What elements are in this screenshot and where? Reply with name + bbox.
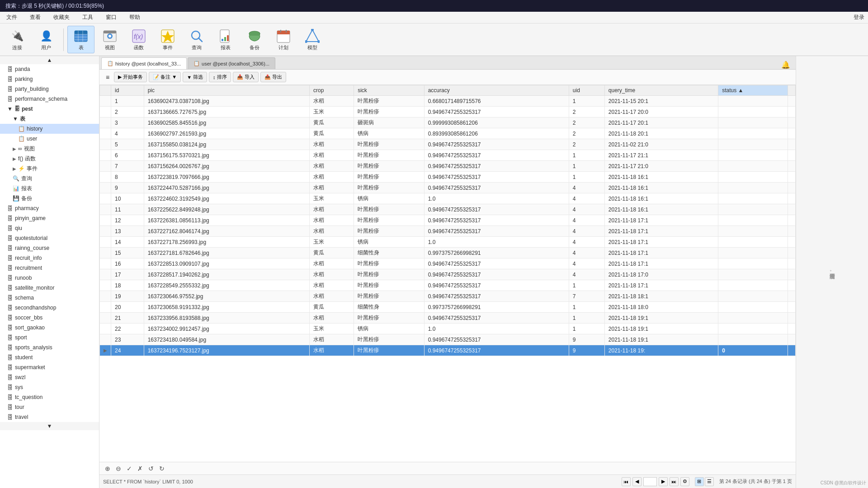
cell-query_time[interactable]: 2021-11-18 17:0 xyxy=(604,269,718,280)
tab-history[interactable]: 📋 history @pest (localhost_33... xyxy=(101,57,187,69)
cell-query_time[interactable]: 2021-11-18 17:1 xyxy=(604,215,718,226)
col-header-pic[interactable]: pic xyxy=(144,85,309,96)
table-row[interactable]: 31636902585.845516.jpg黄瓜砸斑病0.99999308586… xyxy=(100,117,796,128)
table-row[interactable]: 171637228517.1940262.jpg水稻叶黑粉疹0.94967472… xyxy=(100,269,796,280)
cell-pic[interactable]: 1637223819.7097666.jpg xyxy=(144,172,309,183)
cell-query_time[interactable]: 2021-11-18 16:1 xyxy=(604,172,718,183)
cell-status[interactable] xyxy=(718,334,788,345)
cell-uid[interactable]: 2 xyxy=(569,128,604,139)
filter-button[interactable]: ▼ 筛选 xyxy=(183,72,207,82)
cell-id[interactable]: 9 xyxy=(111,183,144,193)
cell-pic[interactable]: 1636902797.261593.jpg xyxy=(144,128,309,139)
cell-pic[interactable]: 1637234196.7523127.jpg xyxy=(144,345,309,356)
cell-uid[interactable]: 2 xyxy=(569,117,604,128)
cell-uid[interactable]: 4 xyxy=(569,183,604,193)
cell-query_time[interactable]: 2021-11-18 17:1 xyxy=(604,248,718,258)
cell-id[interactable]: 2 xyxy=(111,107,144,117)
sidebar-item-events[interactable]: ▶ ⚡ 事件 xyxy=(0,164,99,174)
cell-pic[interactable]: 1637227162.8046174.jpg xyxy=(144,226,309,237)
table-row[interactable]: 11636902473.0387108.jpg水稻叶黑粉疹0.668017148… xyxy=(100,96,796,107)
cell-uid[interactable]: 1 xyxy=(569,324,604,334)
export-button[interactable]: 📤 导出 xyxy=(260,72,286,82)
cell-sick[interactable]: 叶黑粉疹 xyxy=(354,139,425,150)
cell-query_time[interactable]: 2021-11-18 19:1 xyxy=(604,313,718,324)
cell-pic[interactable]: 1637227181.6782646.jpg xyxy=(144,248,309,258)
cell-status[interactable] xyxy=(718,313,788,324)
sidebar-item-sys[interactable]: 🗄 sys xyxy=(0,382,99,392)
cell-crop[interactable]: 黄瓜 xyxy=(310,117,354,128)
toolbar-query[interactable]: 查询 xyxy=(183,26,210,53)
col-header-query-time[interactable]: query_time xyxy=(604,85,718,96)
cell-pic[interactable]: 1637228513.0909107.jpg xyxy=(144,258,309,269)
cell-uid[interactable]: 7 xyxy=(569,291,604,302)
cell-crop[interactable]: 玉米 xyxy=(310,107,354,117)
cell-pic[interactable]: 1637233956.8193588.jpg xyxy=(144,313,309,324)
cell-id[interactable]: 17 xyxy=(111,269,144,280)
cell-id[interactable]: 11 xyxy=(111,204,144,215)
confirm-button[interactable]: ✓ xyxy=(125,465,134,473)
cell-sick[interactable]: 锈病 xyxy=(354,324,425,334)
cell-query_time[interactable]: 2021-11-18 16:1 xyxy=(604,204,718,215)
cell-crop[interactable]: 黄瓜 xyxy=(310,128,354,139)
cell-query_time[interactable]: 2021-11-18 16:1 xyxy=(604,193,718,204)
cell-id[interactable]: 10 xyxy=(111,193,144,204)
sidebar-item-functions[interactable]: ▶ f() 函数 xyxy=(0,154,99,164)
first-page-button[interactable]: ⏮ xyxy=(622,477,631,486)
sidebar-item-panda[interactable]: 🗄 panda xyxy=(0,64,99,74)
cell-uid[interactable]: 1 xyxy=(569,150,604,161)
cell-pic[interactable]: 1637224602.3192549.jpg xyxy=(144,193,309,204)
cell-uid[interactable]: 4 xyxy=(569,215,604,226)
cell-accuracy[interactable]: 0.9973757266998291 xyxy=(424,248,569,258)
sidebar-item-performance-schema[interactable]: 🗄 performance_schema xyxy=(0,94,99,104)
sidebar-item-supermarket[interactable]: 🗄 supermarket xyxy=(0,362,99,372)
cell-sick[interactable]: 叶黑粉疹 xyxy=(354,313,425,324)
sidebar-item-pest[interactable]: ▼ 🗄 pest xyxy=(0,104,99,114)
table-row[interactable]: 71637156264.0026767.jpg水稻叶黑粉疹0.949674725… xyxy=(100,161,796,172)
cell-pic[interactable]: 1637155850.038124.jpg xyxy=(144,139,309,150)
cell-sick[interactable]: 叶黑粉疹 xyxy=(354,215,425,226)
cell-sick[interactable]: 砸斑病 xyxy=(354,117,425,128)
sidebar-item-recruitment[interactable]: 🗄 recruitment xyxy=(0,263,99,273)
table-row[interactable]: 81637223819.7097666.jpg水稻叶黑粉疹0.949674725… xyxy=(100,172,796,183)
cell-status[interactable] xyxy=(718,291,788,302)
sidebar-item-schema[interactable]: 🗄 schema xyxy=(0,293,99,303)
cell-uid[interactable]: 4 xyxy=(569,248,604,258)
table-row[interactable]: 131637227162.8046174.jpg水稻叶黑粉疹0.94967472… xyxy=(100,226,796,237)
cell-uid[interactable]: 2 xyxy=(569,139,604,150)
cell-crop[interactable]: 黄瓜 xyxy=(310,302,354,313)
sidebar-item-pinyin-game[interactable]: 🗄 pinyin_game xyxy=(0,213,99,223)
sidebar-item-tc-question[interactable]: 🗄 tc_question xyxy=(0,392,99,402)
cell-crop[interactable]: 水稻 xyxy=(310,139,354,150)
cell-uid[interactable]: 4 xyxy=(569,237,604,248)
cell-id[interactable]: 14 xyxy=(111,237,144,248)
cell-pic[interactable]: 1637227178.256993.jpg xyxy=(144,237,309,248)
cell-crop[interactable]: 水稻 xyxy=(310,226,354,237)
settings-button[interactable]: ⚙ xyxy=(680,477,689,486)
cell-crop[interactable]: 水稻 xyxy=(310,258,354,269)
cell-crop[interactable]: 玉米 xyxy=(310,324,354,334)
cell-query_time[interactable]: 2021-11-18 16:1 xyxy=(604,183,718,193)
sidebar-item-sports-analysis[interactable]: 🗄 sports_analysis xyxy=(0,343,99,352)
cell-pic[interactable]: 1637224470.5287166.jpg xyxy=(144,183,309,193)
cell-id[interactable]: 21 xyxy=(111,313,144,324)
sidebar-item-swzl[interactable]: 🗄 swzl xyxy=(0,372,99,382)
cell-query_time[interactable]: 2021-11-17 20:0 xyxy=(604,107,718,117)
cell-query_time[interactable]: 2021-11-18 17:1 xyxy=(604,258,718,269)
cell-sick[interactable]: 叶黑粉疹 xyxy=(354,291,425,302)
cell-query_time[interactable]: 2021-11-18 17:1 xyxy=(604,226,718,237)
hamburger-menu-icon[interactable]: ≡ xyxy=(103,73,112,82)
cell-id[interactable]: 6 xyxy=(111,150,144,161)
cell-status[interactable]: 0 xyxy=(718,345,788,356)
cell-query_time[interactable]: 2021-11-17 21:1 xyxy=(604,150,718,161)
cell-id[interactable]: 18 xyxy=(111,280,144,291)
cell-query_time[interactable]: 2021-11-18 18:0 xyxy=(604,302,718,313)
table-row[interactable]: 201637230658.9191332.jpg黄瓜细菌性身0.99737572… xyxy=(100,302,796,313)
sidebar-item-qiu[interactable]: 🗄 qiu xyxy=(0,223,99,233)
cell-crop[interactable]: 水稻 xyxy=(310,345,354,356)
cell-status[interactable] xyxy=(718,172,788,183)
menu-help[interactable]: 帮助 xyxy=(127,13,143,22)
import-button[interactable]: 📥 导入 xyxy=(233,72,259,82)
cell-crop[interactable]: 水稻 xyxy=(310,150,354,161)
cell-status[interactable] xyxy=(718,248,788,258)
sidebar-item-tour[interactable]: 🗄 tour xyxy=(0,402,99,412)
